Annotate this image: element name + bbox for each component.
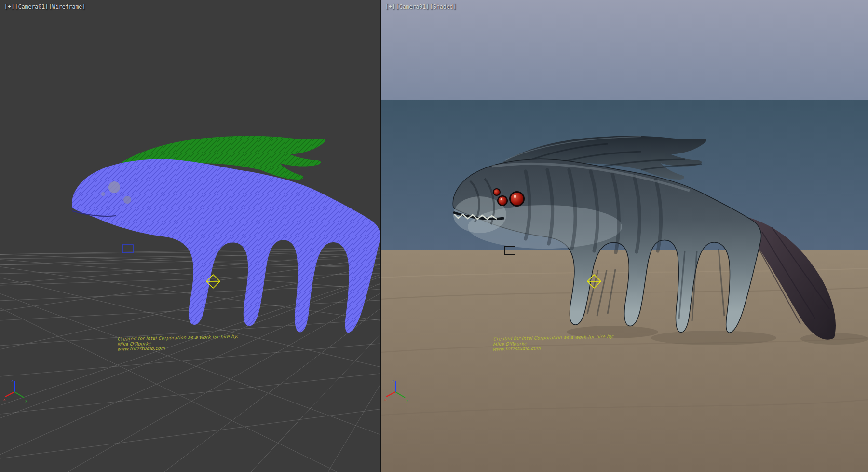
axis-y-label: y [406, 399, 408, 403]
box-helper[interactable] [504, 247, 515, 255]
viewport-label: [+][Camera01][Shaded] [385, 3, 457, 10]
dual-viewport-stage: [+][Camera01][Wireframe] Created for Int… [0, 0, 868, 472]
viewport-menu-general[interactable]: [+] [4, 3, 14, 10]
wireframe-scene [0, 0, 380, 472]
viewport-divider[interactable] [380, 0, 381, 472]
box-helper[interactable] [122, 245, 133, 253]
axis-z-label: z [392, 379, 394, 383]
viewport-menu-general[interactable]: [+] [385, 3, 395, 10]
credit-text: Created for Intel Corporation as a work … [117, 334, 238, 352]
ground-grid-wireframe [0, 246, 380, 472]
head-spot-large [108, 181, 120, 193]
viewport-menu-shading[interactable]: [Wireframe] [49, 3, 85, 10]
viewport-shaded[interactable]: [+][Camera01][Shaded] Created for Intel … [381, 0, 868, 472]
fish-model-wireframe[interactable] [72, 159, 380, 333]
head-spot-small [123, 196, 131, 204]
fin-rays [587, 249, 724, 321]
viewport-menu-pov[interactable]: [Camera01] [15, 3, 48, 10]
viewport-label: [+][Camera01][Wireframe] [4, 3, 86, 10]
viewport-menu-pov[interactable]: [Camera01] [396, 3, 429, 10]
axis-y-label: y [25, 399, 27, 403]
axis-tripod: z x y [3, 376, 32, 403]
axis-z-label: z [11, 379, 14, 383]
axis-x-label: x [384, 398, 386, 402]
head-spot-tiny [101, 192, 105, 196]
shaded-scene [381, 0, 868, 472]
fish-model-shaded[interactable] [453, 159, 761, 333]
credit-text: Created for Intel Corporation as a work … [492, 334, 614, 352]
axis-x-label: x [3, 398, 5, 402]
viewport-menu-shading[interactable]: [Shaded] [430, 3, 456, 10]
axis-tripod: z x y [384, 376, 413, 403]
viewport-wireframe[interactable]: [+][Camera01][Wireframe] Created for Int… [0, 0, 380, 472]
